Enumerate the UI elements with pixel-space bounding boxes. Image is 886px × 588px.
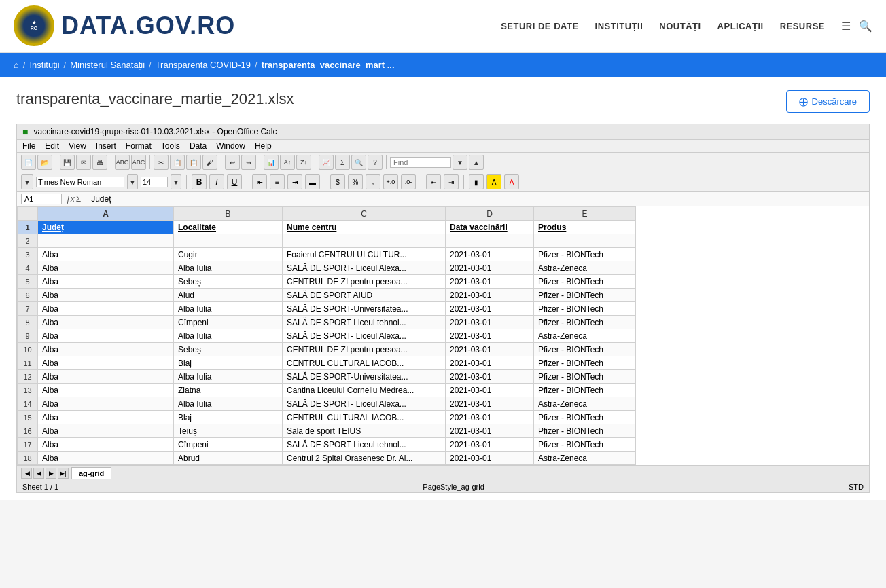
paste-btn[interactable]: 📋 (186, 155, 201, 170)
font-name-input[interactable] (36, 177, 124, 187)
menu-insert[interactable]: Insert (96, 141, 116, 151)
cell-E1[interactable]: Produs (534, 221, 636, 234)
cell-C8[interactable]: SALĂ DE SPORT Liceul tehnol... (283, 316, 446, 329)
menu-format[interactable]: Format (126, 141, 152, 151)
find-input[interactable] (390, 157, 451, 168)
cell-A2[interactable] (38, 234, 174, 248)
bg-color-btn[interactable]: A (486, 174, 501, 189)
indent-dec-btn[interactable]: ⇤ (426, 174, 441, 189)
cell-C18[interactable]: Centrul 2 Spital Orasenesc Dr. Al... (283, 452, 446, 465)
email-btn[interactable]: ✉ (76, 155, 91, 170)
save-btn[interactable]: 💾 (60, 155, 75, 170)
row-num-2[interactable]: 2 (18, 234, 38, 248)
cell-A7[interactable]: Alba (38, 302, 174, 316)
cell-C14[interactable]: SALĂ DE SPORT- Liceul Alexa... (283, 397, 446, 411)
underline-btn[interactable]: U (227, 174, 242, 189)
cell-C17[interactable]: SALĂ DE SPORT Liceul tehnol... (283, 438, 446, 452)
cell-E4[interactable]: Astra-Zeneca (534, 261, 636, 275)
cell-E14[interactable]: Astra-Zeneca (534, 397, 636, 411)
font-size-input[interactable] (141, 177, 168, 187)
row-num-4[interactable]: 4 (18, 261, 38, 275)
nav-resurse[interactable]: RESURSE (780, 21, 825, 31)
row-num-6[interactable]: 6 (18, 289, 38, 302)
cell-E16[interactable]: Pfizer - BIONTech (534, 424, 636, 438)
cell-E11[interactable]: Pfizer - BIONTech (534, 356, 636, 370)
cell-D17[interactable]: 2021-03-01 (446, 438, 534, 452)
row-num-12[interactable]: 12 (18, 370, 38, 384)
redo-btn[interactable]: ↪ (241, 155, 256, 170)
cell-D10[interactable]: 2021-03-01 (446, 343, 534, 356)
menu-tools[interactable]: Tools (161, 141, 180, 151)
cell-E12[interactable]: Pfizer - BIONTech (534, 370, 636, 384)
cell-B11[interactable]: Blaj (174, 356, 283, 370)
row-num-15[interactable]: 15 (18, 411, 38, 424)
cell-D13[interactable]: 2021-03-01 (446, 384, 534, 397)
copy-btn[interactable]: 📋 (170, 155, 185, 170)
row-num-11[interactable]: 11 (18, 356, 38, 370)
cut-btn[interactable]: ✂ (154, 155, 169, 170)
cell-C10[interactable]: CENTRUL DE ZI pentru persoa... (283, 343, 446, 356)
spellcheck-btn[interactable]: ABC (115, 155, 130, 170)
row-num-8[interactable]: 8 (18, 316, 38, 329)
cell-D11[interactable]: 2021-03-01 (446, 356, 534, 370)
zoom-btn[interactable]: 🔍 (351, 155, 366, 170)
cell-D8[interactable]: 2021-03-01 (446, 316, 534, 329)
cell-C15[interactable]: CENTRUL CULTURAL IACOB... (283, 411, 446, 424)
row-num-16[interactable]: 16 (18, 424, 38, 438)
menu-window[interactable]: Window (216, 141, 245, 151)
cell-D5[interactable]: 2021-03-01 (446, 275, 534, 289)
cell-D15[interactable]: 2021-03-01 (446, 411, 534, 424)
col-header-c[interactable]: C (283, 207, 446, 221)
cell-C6[interactable]: SALĂ DE SPORT AIUD (283, 289, 446, 302)
align-center-btn[interactable]: ≡ (270, 174, 285, 189)
cell-A11[interactable]: Alba (38, 356, 174, 370)
cell-B9[interactable]: Alba Iulia (174, 329, 283, 343)
indent-inc-btn[interactable]: ⇥ (444, 174, 459, 189)
cell-E9[interactable]: Astra-Zeneca (534, 329, 636, 343)
border-btn[interactable]: ▮ (469, 174, 484, 189)
cell-E5[interactable]: Pfizer - BIONTech (534, 275, 636, 289)
menu-view[interactable]: View (69, 141, 86, 151)
cell-A14[interactable]: Alba (38, 397, 174, 411)
cell-C1[interactable]: Nume centru (283, 221, 446, 234)
cell-A8[interactable]: Alba (38, 316, 174, 329)
menu-data[interactable]: Data (190, 141, 207, 151)
row-num-13[interactable]: 13 (18, 384, 38, 397)
cell-C3[interactable]: Foaierul CENTRULUI CULTUR... (283, 248, 446, 261)
download-button[interactable]: ⨁ Descărcare (786, 90, 870, 113)
nav-institutii[interactable]: INSTITUȚII (595, 21, 643, 31)
align-right-btn[interactable]: ⇥ (287, 174, 302, 189)
row-num-9[interactable]: 9 (18, 329, 38, 343)
row-num-17[interactable]: 17 (18, 438, 38, 452)
cell-E6[interactable]: Pfizer - BIONTech (534, 289, 636, 302)
open-btn[interactable]: 📂 (37, 155, 52, 170)
menu-edit[interactable]: Edit (45, 141, 59, 151)
cell-A6[interactable]: Alba (38, 289, 174, 302)
cell-A1[interactable]: Județ (38, 221, 174, 234)
thousands-btn[interactable]: , (366, 174, 380, 189)
spellcheck2-btn[interactable]: ABC (131, 155, 146, 170)
breadcrumb-minister[interactable]: Ministerul Sănătății (70, 60, 145, 70)
calc-btn[interactable]: Σ (335, 155, 350, 170)
cell-D14[interactable]: 2021-03-01 (446, 397, 534, 411)
dec-increase-btn[interactable]: +.0 (383, 174, 398, 189)
cell-D6[interactable]: 2021-03-01 (446, 289, 534, 302)
currency-btn[interactable]: $ (330, 174, 345, 189)
cell-E13[interactable]: Pfizer - BIONTech (534, 384, 636, 397)
cell-B15[interactable]: Blaj (174, 411, 283, 424)
col-header-d[interactable]: D (446, 207, 534, 221)
cell-D12[interactable]: 2021-03-01 (446, 370, 534, 384)
cell-A5[interactable]: Alba (38, 275, 174, 289)
breadcrumb-covid[interactable]: Transparenta COVID-19 (156, 60, 251, 70)
cell-A15[interactable]: Alba (38, 411, 174, 424)
font-dropdown-btn[interactable]: ▼ (127, 174, 138, 189)
cell-B6[interactable]: Aiud (174, 289, 283, 302)
col-header-a[interactable]: A (38, 207, 174, 221)
hamburger-icon[interactable]: ☰ (841, 20, 851, 33)
cell-E17[interactable]: Pfizer - BIONTech (534, 438, 636, 452)
cell-C16[interactable]: Sala de sport TEIUS (283, 424, 446, 438)
row-num-10[interactable]: 10 (18, 343, 38, 356)
cell-C13[interactable]: Cantina Liceului Corneliu Medrea... (283, 384, 446, 397)
nav-aplicatii[interactable]: APLICAȚII (717, 21, 764, 31)
cell-A17[interactable]: Alba (38, 438, 174, 452)
